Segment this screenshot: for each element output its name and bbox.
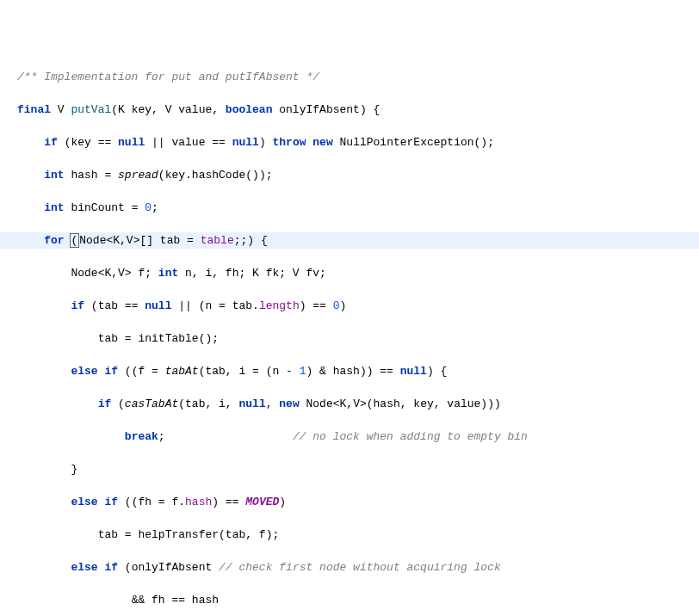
keyword: null [118, 136, 145, 149]
text: ) { [427, 365, 447, 378]
text: (key.hashCode()); [158, 169, 273, 182]
text: } [71, 463, 77, 476]
text: Node<K,V>(hash, key, value))) [300, 397, 501, 410]
text: Node<K,V>[] tab = [79, 234, 200, 247]
text: && fh == hash [132, 594, 219, 607]
code-line[interactable]: else if ((f = tabAt(tab, i = (n - 1) & h… [0, 363, 699, 379]
text: ) [259, 136, 273, 149]
comment: // check first node without acquiring lo… [219, 561, 501, 574]
text: ) [340, 299, 347, 312]
code-line[interactable]: if (tab == null || (n = tab.length) == 0… [0, 298, 699, 314]
text: (onlyIfAbsent [118, 561, 219, 574]
number: 0 [333, 299, 340, 312]
keyword: null [238, 397, 265, 410]
code-line[interactable]: } [0, 461, 699, 477]
method-call: spread [118, 169, 158, 182]
field: table [201, 234, 234, 247]
code-line[interactable]: if (casTabAt(tab, i, null, new Node<K,V>… [0, 396, 699, 412]
keyword: if [71, 299, 84, 312]
text: onlyIfAbsent) { [272, 103, 380, 116]
text: (tab == [84, 299, 145, 312]
field: hash [185, 496, 212, 508]
text: (tab, i, [178, 397, 238, 410]
text: ;;) { [234, 234, 268, 247]
text: binCount = [65, 201, 145, 214]
comment: /** Implementation for put and putIfAbse… [17, 71, 319, 83]
text: , [266, 397, 280, 410]
text: tab = initTable(); [98, 332, 219, 345]
text: Node<K,V> f; [71, 267, 158, 280]
keyword: throw new [273, 136, 333, 149]
text: n, i, fh; K fk; V fv; [178, 267, 326, 280]
text: tab = helpTransfer(tab, f); [98, 528, 280, 541]
keyword: if [44, 136, 58, 149]
code-line[interactable]: else if ((fh = f.hash) == MOVED) [0, 494, 699, 510]
keyword: new [279, 397, 299, 410]
text: V [51, 103, 71, 116]
comment: // no lock when adding to empty bin [293, 430, 528, 443]
code-line[interactable]: if (key == null || value == null) throw … [0, 134, 699, 151]
keyword: null [232, 136, 259, 149]
keyword: for [44, 234, 64, 247]
text: (key == [58, 136, 118, 149]
text: NullPointerException(); [333, 136, 494, 149]
keyword: int [44, 169, 64, 182]
code-line[interactable]: break; // no lock when adding to empty b… [0, 428, 699, 445]
code-line[interactable]: tab = helpTransfer(tab, f); [0, 527, 699, 543]
text: ; [152, 201, 158, 214]
text: ; [158, 430, 293, 443]
text: (tab, i = (n - [199, 365, 300, 378]
number: 0 [145, 201, 152, 214]
text: ) == [212, 496, 245, 508]
number: 1 [300, 365, 306, 378]
text: ) [279, 496, 286, 508]
text: || value == [145, 136, 232, 149]
text: ((fh = f. [118, 496, 185, 508]
code-line[interactable]: /** Implementation for put and putIfAbse… [0, 69, 699, 85]
keyword: else if [71, 561, 118, 574]
keyword: break [125, 430, 158, 443]
text: ) & hash)) == [306, 365, 400, 378]
code-line[interactable]: tab = initTable(); [0, 330, 699, 347]
code-line[interactable]: int binCount = 0; [0, 200, 699, 216]
method-name: putVal [71, 103, 111, 116]
text: || (n = tab. [171, 299, 258, 312]
code-line[interactable]: final V putVal(K key, V value, boolean o… [0, 102, 699, 118]
text: ( [111, 397, 125, 410]
field: length [259, 299, 300, 312]
caret-bracket: ( [70, 233, 79, 248]
code-line[interactable]: && fh == hash [0, 592, 699, 608]
code-line[interactable]: else if (onlyIfAbsent // check first nod… [0, 559, 699, 576]
keyword: int [44, 201, 64, 214]
keyword: if [98, 397, 112, 410]
method-call: tabAt [165, 365, 199, 378]
keyword: else if [71, 365, 118, 378]
keyword: null [145, 299, 171, 312]
constant: MOVED [245, 496, 279, 508]
text: ((f = [118, 365, 165, 378]
keyword: int [158, 267, 178, 280]
code-line[interactable]: int hash = spread(key.hashCode()); [0, 167, 699, 183]
code-line-highlighted[interactable]: for (Node<K,V>[] tab = table;;) { [0, 232, 699, 249]
keyword: boolean [226, 103, 273, 116]
keyword: else if [71, 496, 118, 508]
code-line[interactable]: Node<K,V> f; int n, i, fh; K fk; V fv; [0, 265, 699, 281]
keyword: final [17, 103, 51, 116]
keyword: null [400, 365, 427, 378]
text: hash = [65, 169, 118, 182]
text: (K key, V value, [111, 103, 226, 116]
method-call: casTabAt [125, 397, 178, 410]
text: ) == [300, 299, 333, 312]
